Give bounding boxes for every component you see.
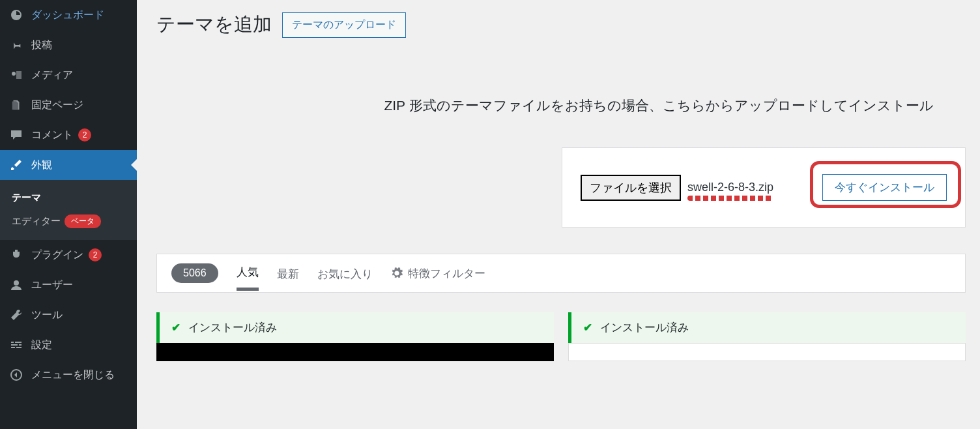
install-now-button[interactable]: 今すぐインストール: [822, 174, 947, 201]
theme-installed-banner: ✔ インストール済み: [156, 312, 554, 343]
menu-pages[interactable]: 固定ページ: [0, 90, 137, 120]
menu-label: ツール: [31, 308, 63, 322]
gear-icon: [391, 267, 403, 279]
comments-count-badge: 2: [78, 128, 91, 141]
theme-grid: ✔ インストール済み ✔ インストール済み: [156, 312, 966, 361]
theme-count-pill: 5066: [171, 263, 218, 283]
beta-badge: ベータ: [65, 214, 101, 228]
theme-installed-banner: ✔ インストール済み: [568, 312, 966, 343]
menu-tools[interactable]: ツール: [0, 300, 137, 330]
page-header: テーマを追加 テーマのアップロード: [156, 12, 966, 38]
submenu-editor[interactable]: エディター ベータ: [0, 209, 137, 233]
upload-description: ZIP 形式のテーマファイルをお持ちの場合、こちらからアップロードしてインストー…: [352, 96, 966, 115]
media-icon: [9, 68, 23, 82]
filter-tab-favorites[interactable]: お気に入り: [317, 267, 373, 289]
theme-thumbnail[interactable]: [156, 343, 554, 361]
menu-label: 固定ページ: [31, 98, 83, 112]
menu-label: コメント: [31, 128, 73, 142]
submenu-themes[interactable]: テーマ: [0, 186, 137, 209]
theme-card-wrapper: ✔ インストール済み: [568, 312, 966, 361]
menu-label: 設定: [31, 338, 52, 352]
appearance-submenu: テーマ エディター ベータ: [0, 180, 137, 240]
feature-filter-label: 特徴フィルター: [408, 266, 485, 281]
upload-theme-button[interactable]: テーマのアップロード: [282, 12, 406, 38]
menu-label: メディア: [31, 68, 73, 82]
collapse-icon: [9, 368, 23, 382]
installed-label: インストール済み: [188, 320, 277, 335]
file-picker: ファイルを選択 swell-2-6-8-3.zip: [581, 175, 773, 201]
theme-card-wrapper: ✔ インストール済み: [156, 312, 554, 361]
menu-dashboard[interactable]: ダッシュボード: [0, 0, 137, 30]
filter-tab-popular[interactable]: 人気: [237, 265, 259, 291]
menu-label: 投稿: [31, 38, 52, 52]
menu-collapse[interactable]: メニューを閉じる: [0, 360, 137, 390]
submenu-label: エディター: [12, 215, 61, 228]
comment-icon: [9, 128, 23, 142]
check-icon: ✔: [583, 321, 592, 334]
filter-tab-latest[interactable]: 最新: [277, 267, 299, 289]
plugin-icon: [9, 248, 23, 262]
menu-label: プラグイン: [31, 248, 83, 262]
page-icon: [9, 98, 23, 112]
menu-settings[interactable]: 設定: [0, 330, 137, 360]
plugins-count-badge: 2: [89, 248, 102, 261]
svg-point-0: [12, 72, 16, 76]
user-icon: [9, 278, 23, 292]
menu-label: ダッシュボード: [31, 8, 104, 22]
pin-icon: [9, 38, 23, 52]
menu-posts[interactable]: 投稿: [0, 30, 137, 60]
choose-file-button[interactable]: ファイルを選択: [581, 175, 681, 201]
check-icon: ✔: [171, 321, 180, 334]
theme-filter-bar: 5066 人気 最新 お気に入り 特徴フィルター: [156, 254, 966, 293]
page-title: テーマを追加: [156, 12, 272, 38]
upload-form: ファイルを選択 swell-2-6-8-3.zip 今すぐインストール: [562, 147, 966, 228]
dashboard-icon: [9, 8, 23, 22]
menu-label: ユーザー: [31, 278, 73, 292]
menu-comments[interactable]: コメント 2: [0, 120, 137, 150]
menu-label: 外観: [31, 158, 52, 172]
menu-appearance[interactable]: 外観: [0, 150, 137, 180]
main-content: テーマを追加 テーマのアップロード ZIP 形式のテーマファイルをお持ちの場合、…: [137, 0, 980, 429]
menu-label: メニューを閉じる: [31, 368, 115, 382]
sliders-icon: [9, 338, 23, 352]
brush-icon: [9, 158, 23, 172]
feature-filter-button[interactable]: 特徴フィルター: [391, 266, 485, 281]
menu-plugins[interactable]: プラグイン 2: [0, 240, 137, 270]
svg-point-1: [14, 280, 19, 286]
installed-label: インストール済み: [600, 320, 689, 335]
submenu-label: テーマ: [12, 192, 41, 204]
menu-users[interactable]: ユーザー: [0, 270, 137, 300]
theme-thumbnail[interactable]: [568, 343, 966, 361]
menu-media[interactable]: メディア: [0, 60, 137, 90]
wrench-icon: [9, 308, 23, 322]
selected-file-name: swell-2-6-8-3.zip: [687, 181, 773, 194]
admin-sidebar: ダッシュボード 投稿 メディア 固定ページ コメント 2 外観 テーマ: [0, 0, 137, 429]
